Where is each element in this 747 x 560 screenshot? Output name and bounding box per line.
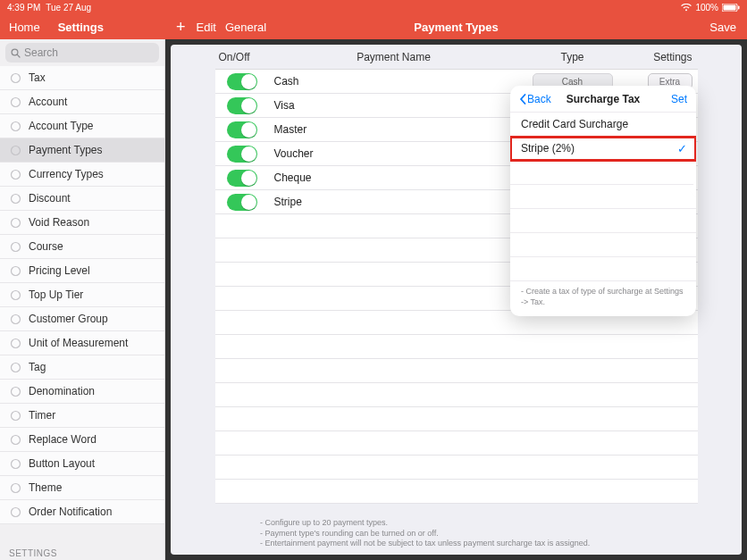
- sidebar-item-icon: [9, 192, 21, 205]
- battery-pct: 100%: [695, 3, 718, 13]
- sidebar-item-tax[interactable]: Tax: [0, 66, 164, 90]
- surcharge-option-label: Credit Card Surcharge: [521, 118, 628, 130]
- col-onoff: On/Off: [215, 51, 269, 63]
- sidebar-item-label: Replace Word: [29, 433, 97, 446]
- surcharge-option-label: Stripe (2%): [521, 142, 575, 155]
- svg-point-18: [11, 387, 20, 396]
- surcharge-option-empty: [510, 209, 696, 233]
- sidebar-item-button-layout[interactable]: Button Layout: [0, 452, 164, 476]
- payment-name[interactable]: Cash: [269, 75, 519, 88]
- svg-point-6: [11, 97, 20, 106]
- surcharge-option-empty: [510, 185, 696, 209]
- sidebar-item-discount[interactable]: Discount: [0, 187, 164, 211]
- toggle-switch[interactable]: [227, 73, 257, 90]
- payment-name[interactable]: Cheque: [269, 171, 519, 184]
- svg-point-16: [11, 339, 20, 347]
- toggle-switch[interactable]: [227, 146, 257, 163]
- search-placeholder: Search: [24, 46, 58, 59]
- svg-point-9: [11, 170, 20, 179]
- svg-line-4: [17, 54, 20, 57]
- toggle-switch[interactable]: [227, 97, 257, 114]
- sidebar-item-order-notification[interactable]: Order Notification: [0, 500, 164, 524]
- sidebar-item-unit-of-measurement[interactable]: Unit of Measurement: [0, 331, 164, 355]
- sidebar-item-icon: [9, 409, 21, 422]
- svg-point-12: [11, 242, 20, 251]
- table-row-empty: [215, 456, 698, 480]
- sidebar-item-replace-word[interactable]: Replace Word: [0, 428, 164, 452]
- sidebar-item-denomination[interactable]: Denomination: [0, 380, 164, 404]
- sidebar-item-customer-group[interactable]: Customer Group: [0, 307, 164, 331]
- surcharge-option[interactable]: Stripe (2%)✓: [510, 137, 696, 161]
- toggle-switch[interactable]: [227, 170, 257, 187]
- toggle-switch[interactable]: [227, 194, 257, 211]
- svg-point-5: [11, 73, 20, 82]
- toggle-switch[interactable]: [227, 121, 257, 138]
- wifi-icon: [681, 4, 692, 12]
- sidebar-item-label: Course: [29, 240, 63, 253]
- sidebar-item-course[interactable]: Course: [0, 235, 164, 259]
- home-link[interactable]: Home: [9, 21, 40, 34]
- svg-point-22: [11, 483, 20, 492]
- table-row-empty: [215, 431, 698, 456]
- sidebar-item-label: Customer Group: [29, 313, 108, 325]
- col-name: Payment Name: [269, 51, 519, 63]
- surcharge-option-empty: [510, 161, 696, 185]
- sidebar-item-icon: [9, 120, 21, 132]
- svg-point-10: [11, 194, 20, 203]
- svg-point-20: [11, 435, 20, 444]
- surcharge-popover: Back Surcharge Tax Set Credit Card Surch…: [510, 86, 696, 316]
- payment-name[interactable]: Stripe: [269, 196, 519, 208]
- main-panel: On/Off Payment Name Type Settings CashCa…: [171, 45, 742, 555]
- popover-footer: - Create a tax of type of surcharge at S…: [510, 281, 696, 316]
- popover-back-button[interactable]: Back: [519, 93, 551, 105]
- general-button[interactable]: General: [225, 21, 266, 34]
- sidebar-item-label: Tax: [29, 71, 46, 84]
- sidebar-item-payment-types[interactable]: Payment Types: [0, 138, 164, 163]
- svg-rect-1: [724, 4, 736, 10]
- col-type: Type: [519, 51, 626, 63]
- sidebar-item-void-reason[interactable]: Void Reason: [0, 211, 164, 235]
- svg-point-13: [11, 266, 20, 275]
- add-icon[interactable]: +: [176, 18, 186, 37]
- sidebar-item-icon: [9, 96, 21, 108]
- sidebar-item-currency-types[interactable]: Currency Types: [0, 163, 164, 187]
- chevron-left-icon: [519, 94, 526, 104]
- sidebar-item-icon: [9, 240, 21, 253]
- popover-set-button[interactable]: Set: [671, 93, 687, 105]
- sidebar-item-icon: [9, 506, 21, 518]
- sidebar-item-account[interactable]: Account: [0, 90, 164, 114]
- sidebar-item-icon: [9, 385, 21, 397]
- svg-point-23: [11, 507, 20, 516]
- sidebar-item-label: Payment Types: [29, 144, 103, 156]
- sidebar-item-top-up-tier[interactable]: Top Up Tier: [0, 283, 164, 307]
- payment-name[interactable]: Visa: [269, 99, 519, 112]
- sidebar-item-label: Discount: [29, 192, 71, 205]
- edit-button[interactable]: Edit: [197, 21, 216, 34]
- sidebar-item-icon: [9, 71, 21, 84]
- table-row-empty: [215, 480, 698, 504]
- payment-name[interactable]: Master: [269, 123, 519, 136]
- check-icon: ✓: [677, 142, 687, 155]
- sidebar-item-icon: [9, 433, 21, 446]
- search-input[interactable]: Search: [5, 43, 159, 63]
- save-button[interactable]: Save: [709, 21, 736, 34]
- sidebar-header: Home Settings: [0, 14, 165, 39]
- sidebar-item-label: Tag: [29, 361, 46, 373]
- payment-name[interactable]: Voucher: [269, 147, 519, 160]
- sidebar-item-account-type[interactable]: Account Type: [0, 114, 164, 138]
- sidebar-item-tag[interactable]: Tag: [0, 355, 164, 380]
- sidebar-item-timer[interactable]: Timer: [0, 404, 164, 428]
- status-date: Tue 27 Aug: [46, 3, 91, 13]
- sidebar-item-label: Top Up Tier: [29, 288, 83, 301]
- settings-title: Settings: [58, 21, 104, 34]
- sidebar-item-theme[interactable]: Theme: [0, 476, 164, 500]
- svg-point-15: [11, 314, 20, 323]
- sidebar-item-label: Pricing Level: [29, 264, 90, 277]
- svg-point-11: [11, 218, 20, 227]
- surcharge-option[interactable]: Credit Card Surcharge: [510, 113, 696, 137]
- popover-back-label: Back: [527, 93, 551, 105]
- surcharge-option-empty: [510, 233, 696, 257]
- sidebar-item-icon: [9, 288, 21, 301]
- sidebar-item-pricing-level[interactable]: Pricing Level: [0, 259, 164, 283]
- sidebar-item-label: Button Layout: [29, 457, 95, 470]
